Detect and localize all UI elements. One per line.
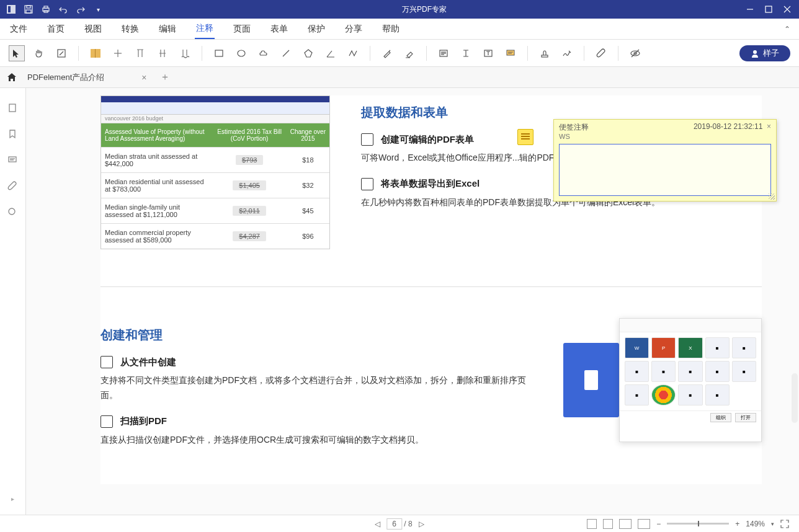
qat-dropdown-icon[interactable]: ▾ (93, 4, 103, 14)
menu-view[interactable]: 视图 (83, 20, 103, 38)
prev-page-icon[interactable]: ◁ (375, 520, 380, 528)
svg-rect-27 (542, 55, 548, 57)
close-button[interactable] (783, 5, 792, 14)
new-tab-button[interactable]: ＋ (156, 71, 174, 84)
save-icon[interactable] (24, 4, 33, 14)
file-browser-image: W P X ■ ■ ■ ■ ■ ■ ■ (594, 318, 762, 442)
user-account-button[interactable]: 样子 (739, 45, 790, 61)
rectangle-tool-icon[interactable] (211, 45, 227, 61)
menu-help[interactable]: 帮助 (381, 20, 401, 38)
polygon-tool-icon[interactable] (300, 45, 316, 61)
attachment-tool-icon[interactable] (593, 45, 609, 61)
thumbnails-panel-icon[interactable] (7, 103, 19, 114)
sticky-textarea[interactable] (559, 144, 771, 196)
highlight-tool-icon[interactable] (87, 45, 104, 61)
svg-point-36 (9, 208, 15, 215)
view-continuous-icon[interactable] (603, 519, 613, 529)
view-facing-continuous-icon[interactable] (638, 519, 650, 529)
edit-tool-icon[interactable] (53, 45, 69, 61)
zoom-value[interactable]: 149% (746, 520, 765, 528)
form-icon (361, 133, 373, 146)
menu-form[interactable]: 表单 (269, 20, 289, 38)
cloud-tool-icon[interactable] (256, 45, 272, 61)
toolbar-separator (527, 46, 528, 61)
eraser-tool-icon[interactable] (401, 45, 417, 61)
next-page-icon[interactable]: ▷ (419, 520, 424, 528)
fullscreen-icon[interactable] (780, 520, 789, 528)
textbox-tool-icon[interactable] (480, 45, 496, 61)
app-logo-icon (6, 4, 16, 14)
page-current[interactable]: 6 (386, 518, 402, 530)
line-tool-icon[interactable] (278, 45, 294, 61)
select-tool-icon[interactable] (9, 45, 25, 61)
strikethrough-left-icon[interactable] (110, 45, 126, 61)
scanner-icon (100, 415, 113, 428)
underline-tool-icon[interactable] (132, 45, 148, 61)
svg-rect-33 (9, 157, 16, 162)
toolbar-separator (618, 46, 618, 61)
hide-annotations-icon[interactable] (627, 45, 643, 61)
section-divider (100, 286, 762, 287)
svg-point-31 (753, 50, 757, 54)
callout-tool-icon[interactable] (502, 45, 519, 61)
print-icon[interactable] (41, 4, 51, 14)
menu-edit[interactable]: 编辑 (158, 20, 177, 38)
sticky-note-marker[interactable] (517, 129, 533, 145)
maximize-button[interactable] (764, 5, 773, 14)
svg-line-17 (283, 50, 289, 56)
hand-tool-icon[interactable] (31, 45, 47, 61)
home-tab-icon[interactable] (6, 72, 17, 83)
menu-home[interactable]: 首页 (46, 20, 66, 38)
svg-rect-3 (27, 6, 30, 8)
titlebar: ▾ 万兴PDF专家 (0, 0, 799, 19)
sticky-resize-handle[interactable] (769, 193, 775, 200)
toolbar-separator (202, 46, 202, 61)
arrow-tool-icon[interactable] (323, 45, 339, 61)
menu-share[interactable]: 分享 (344, 20, 364, 38)
pencil-tool-icon[interactable] (379, 45, 395, 61)
document-tab[interactable]: PDFelement产品介绍 × (22, 72, 151, 83)
comments-panel-icon[interactable] (7, 155, 19, 166)
bookmarks-panel-icon[interactable] (7, 129, 19, 140)
user-name: 样子 (763, 48, 779, 59)
toolbar-separator (370, 46, 370, 61)
strikethrough-tool-icon[interactable] (154, 45, 171, 61)
collapse-ribbon-icon[interactable]: ⌃ (784, 25, 790, 33)
attachments-panel-icon[interactable] (7, 181, 19, 192)
menu-protect[interactable]: 保护 (306, 20, 326, 38)
zoom-in-icon[interactable]: + (735, 520, 739, 528)
app-title: 万兴PDF专家 (103, 4, 746, 15)
main-area: ▸ vancouver 2016 budget Assessed Value o… (0, 88, 799, 515)
menu-convert[interactable]: 转换 (120, 20, 140, 38)
vertical-scrollbar[interactable] (792, 373, 798, 423)
note-tool-icon[interactable] (435, 45, 452, 61)
sticky-note-popup[interactable]: 便签注释 2019-08-12 21:32:11 × WS (553, 119, 777, 202)
view-single-icon[interactable] (587, 519, 597, 529)
stamp-tool-icon[interactable] (537, 45, 553, 61)
zoom-dropdown-icon[interactable]: ▾ (771, 521, 774, 527)
search-panel-icon[interactable] (7, 207, 19, 218)
close-tab-icon[interactable]: × (141, 73, 146, 82)
zoom-slider[interactable] (667, 523, 729, 525)
squiggly-tool-icon[interactable] (177, 45, 193, 61)
undo-icon[interactable] (58, 4, 68, 14)
oval-tool-icon[interactable] (233, 45, 249, 61)
collapse-sidebar-icon[interactable]: ▸ (11, 495, 14, 502)
menu-page[interactable]: 页面 (232, 20, 252, 38)
view-facing-icon[interactable] (619, 519, 632, 529)
polyline-tool-icon[interactable] (345, 45, 361, 61)
signature-tool-icon[interactable] (559, 45, 575, 61)
minimize-button[interactable] (746, 5, 754, 14)
redo-icon[interactable] (76, 4, 86, 14)
menu-annotate[interactable]: 注释 (195, 19, 215, 39)
sticky-close-icon[interactable]: × (767, 122, 771, 131)
svg-rect-15 (215, 50, 223, 56)
typewriter-tool-icon[interactable] (458, 45, 474, 61)
folder-icon (100, 356, 113, 368)
document-canvas[interactable]: vancouver 2016 budget Assessed Value of … (26, 88, 799, 515)
menu-file[interactable]: 文件 (9, 20, 29, 38)
tabbar: PDFelement产品介绍 × ＋ (0, 67, 799, 88)
annotation-toolbar: 样子 (0, 40, 799, 67)
zoom-out-icon[interactable]: − (656, 520, 661, 528)
section-title-create: 创建和管理 (100, 327, 532, 344)
